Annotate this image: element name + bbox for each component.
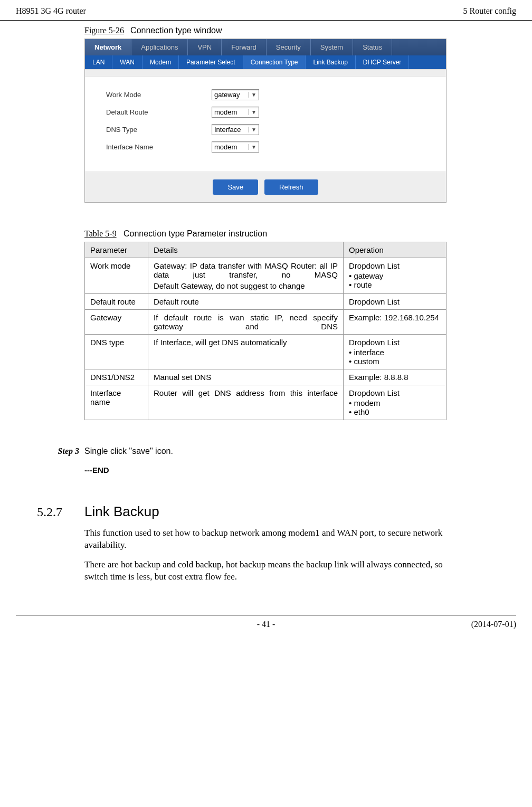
select-value: Interface [214, 126, 241, 134]
main-tab-forward[interactable]: Forward [222, 39, 267, 55]
details-cell: If Interface, will get DNS automatically [148, 335, 344, 369]
select-default-route[interactable]: modem▼ [212, 107, 259, 118]
main-tab-applications[interactable]: Applications [131, 39, 188, 55]
operation-cell: Dropdown List [344, 294, 446, 310]
main-tab-security[interactable]: Security [267, 39, 311, 55]
details-cell: Default route [148, 294, 344, 310]
step-text: Single click "save" icon. [84, 447, 173, 456]
select-value: modem [214, 108, 237, 116]
step-label: Step 3 [41, 447, 84, 456]
table-header: Operation [344, 242, 446, 258]
page-number: - 41 - [257, 620, 276, 629]
screenshot-panel: NetworkApplicationsVPNForwardSecuritySys… [84, 39, 446, 203]
table-row: Work modeGateway: IP data transfer with … [85, 258, 446, 294]
operation-cell: Dropdown Listinterfacecustom [344, 335, 446, 369]
section-title: Link Backup [84, 504, 159, 520]
table-row: DNS typeIf Interface, will get DNS autom… [85, 335, 446, 369]
main-tab-bar: NetworkApplicationsVPNForwardSecuritySys… [85, 39, 446, 55]
details-cell: Manual set DNS [148, 369, 344, 385]
sub-tab-bar: LANWANModemParameter SelectConnection Ty… [85, 55, 446, 69]
figure-label: Figure 5-26 [84, 26, 124, 35]
select-value: modem [214, 143, 237, 151]
chevron-down-icon: ▼ [249, 144, 256, 150]
main-tab-system[interactable]: System [311, 39, 353, 55]
form-row: Default Routemodem▼ [106, 107, 425, 118]
section-number: 5.2.7 [37, 505, 84, 519]
table-header: Details [148, 242, 344, 258]
body-paragraph: There are hot backup and cold backup, ho… [84, 559, 448, 583]
select-dns-type[interactable]: Interface▼ [212, 124, 259, 135]
table-label: Table 5-9 [84, 229, 117, 238]
operation-cell: Dropdown Listgatewayroute [344, 258, 446, 294]
table-header: Parameter [85, 242, 148, 258]
main-tab-vpn[interactable]: VPN [188, 39, 222, 55]
details-cell: Router will get DNS address from this in… [148, 385, 344, 420]
form-label: Work Mode [106, 91, 212, 99]
form-label: Interface Name [106, 143, 212, 151]
main-tab-status[interactable]: Status [353, 39, 392, 55]
sub-tab-lan[interactable]: LAN [85, 55, 112, 69]
button-row: Save Refresh [85, 172, 446, 202]
form-row: Work Modegateway▼ [106, 89, 425, 100]
table-caption: Table 5-9 Connection type Parameter inst… [84, 229, 448, 239]
end-marker: ---END [84, 466, 448, 474]
figure-title: Connection type window [130, 26, 222, 35]
param-table: ParameterDetailsOperation Work modeGatew… [84, 242, 446, 420]
select-value: gateway [214, 91, 240, 99]
sub-tab-modem[interactable]: Modem [142, 55, 179, 69]
table-row: Default routeDefault routeDropdown List [85, 294, 446, 310]
details-cell: Gateway: IP data transfer with MASQ Rout… [148, 258, 344, 294]
sub-tab-dhcp-server[interactable]: DHCP Server [356, 55, 409, 69]
form-area: Work Modegateway▼Default Routemodem▼DNS … [85, 77, 446, 172]
select-interface-name[interactable]: modem▼ [212, 141, 259, 153]
form-label: Default Route [106, 108, 212, 116]
chevron-down-icon: ▼ [249, 92, 256, 98]
doc-title-left: H8951 3G 4G router [16, 6, 86, 16]
sub-tab-wan[interactable]: WAN [112, 55, 142, 69]
doc-chapter-right: 5 Router config [463, 6, 516, 16]
operation-cell: Dropdown Listmodemeth0 [344, 385, 446, 420]
chevron-down-icon: ▼ [249, 109, 256, 115]
form-label: DNS Type [106, 126, 212, 134]
param-cell: DNS type [85, 335, 148, 369]
figure-caption: Figure 5-26 Connection type window [84, 26, 448, 35]
table-title: Connection type Parameter instruction [124, 229, 267, 238]
chevron-down-icon: ▼ [249, 127, 256, 132]
operation-cell: Example: 8.8.8.8 [344, 369, 446, 385]
table-row: GatewayIf default route is wan static IP… [85, 310, 446, 335]
operation-cell: Example: 192.168.10.254 [344, 310, 446, 335]
param-cell: Interface name [85, 385, 148, 420]
param-cell: DNS1/DNS2 [85, 369, 148, 385]
sub-tab-parameter-select[interactable]: Parameter Select [179, 55, 243, 69]
sub-tab-connection-type[interactable]: Connection Type [243, 55, 306, 69]
table-row: DNS1/DNS2Manual set DNSExample: 8.8.8.8 [85, 369, 446, 385]
body-paragraph: This function used to set how to backup … [84, 527, 448, 552]
select-work-mode[interactable]: gateway▼ [212, 89, 259, 100]
details-cell: If default route is wan static IP, need … [148, 310, 344, 335]
sub-tab-link-backup[interactable]: Link Backup [306, 55, 355, 69]
form-row: Interface Namemodem▼ [106, 141, 425, 153]
param-cell: Default route [85, 294, 148, 310]
save-button[interactable]: Save [213, 179, 258, 195]
divider [85, 69, 446, 77]
param-cell: Gateway [85, 310, 148, 335]
footer-date: (2014-07-01) [471, 620, 516, 629]
form-row: DNS TypeInterface▼ [106, 124, 425, 135]
main-tab-network[interactable]: Network [85, 39, 131, 55]
param-cell: Work mode [85, 258, 148, 294]
refresh-button[interactable]: Refresh [264, 179, 318, 195]
table-row: Interface nameRouter will get DNS addres… [85, 385, 446, 420]
